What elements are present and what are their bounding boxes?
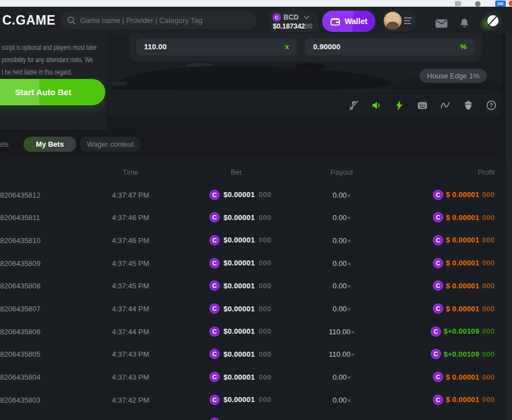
bet-time: 4:37:45 PM <box>100 282 161 290</box>
bet-payout: 0.00× <box>314 190 370 199</box>
table-row[interactable]: 8206435808 4:37:45 PM C $0.00001000 0.00… <box>0 274 506 297</box>
chevron-down-icon <box>304 16 309 20</box>
bet-amount: C $0.00001000 <box>210 304 271 314</box>
auto-bet-sidebar: script is optional and players must take… <box>0 34 106 130</box>
bet-time: 4:37:42 PM <box>100 395 161 404</box>
column-header-payout: Payout <box>314 168 370 176</box>
bet-id: 8206435810 <box>0 236 40 244</box>
bet-amount: C $0.00001000 <box>210 258 271 268</box>
notifications-bell-icon[interactable] <box>459 18 469 29</box>
bcd-coin-icon: C <box>433 212 443 222</box>
win-chance-field[interactable]: % <box>305 38 474 55</box>
bet-profit: C $+0.00109000 <box>431 349 495 359</box>
bet-payout: 110.00× <box>314 350 370 358</box>
messages-icon[interactable] <box>435 19 448 28</box>
bet-payout: 110.00× <box>314 327 370 335</box>
bet-time: 4:37:43 PM <box>100 373 161 381</box>
bet-profit: C $ 0.00001000 <box>433 304 495 314</box>
column-header-profit: Profit <box>478 168 495 176</box>
currency-selector[interactable]: C BCD $0.18734200 <box>269 11 318 32</box>
payout-input[interactable] <box>136 43 285 51</box>
bcd-coin-icon: C <box>210 235 220 245</box>
game-toolbar: ? <box>348 100 497 111</box>
top-nav: C.GAME C BCD $0.18734200 Wallet <box>0 7 512 34</box>
table-row[interactable]: 8206435811 4:37:46 PM C $0.00001000 0.00… <box>0 206 506 229</box>
bet-time: 4:37:43 PM <box>100 350 161 358</box>
help-icon[interactable]: ? <box>486 100 497 111</box>
bet-amount: C $0.00001000 <box>210 326 271 337</box>
sound-on-icon[interactable] <box>371 100 382 111</box>
bet-amount: C $0.00001000 <box>210 235 271 245</box>
bet-id: 8206435806 <box>0 327 40 335</box>
avatar[interactable] <box>384 12 402 30</box>
browser-extension-icon[interactable] <box>475 1 481 7</box>
profile-menu-icon <box>404 17 412 26</box>
bet-profit: C $+0.00109000 <box>431 326 495 337</box>
bet-payout: 0.00× <box>314 373 370 381</box>
translate-extension-badge[interactable]: DE <box>495 1 506 7</box>
right-panel-edge <box>506 34 512 420</box>
table-row[interactable]: 8206435812 4:37:47 PM C $0.00001000 0.00… <box>0 183 506 206</box>
turbo-lightning-icon[interactable] <box>394 100 405 111</box>
bc-game-screen: DE C.GAME C BCD $0.18734200 <box>0 0 512 420</box>
table-row[interactable]: 8206435809 4:37:45 PM C $0.00001000 0.00… <box>0 251 506 274</box>
divider <box>113 91 495 91</box>
payout-field[interactable]: x <box>136 38 297 55</box>
bet-amount: C $0.00001000 <box>210 190 271 200</box>
tab-wager-contest[interactable]: Wager contest <box>80 137 141 152</box>
bcd-coin-icon: C <box>433 372 443 382</box>
site-logo[interactable]: C.GAME <box>2 13 55 28</box>
start-auto-bet-button[interactable]: Start Auto Bet <box>0 79 105 105</box>
currency-code: BCD <box>283 13 299 21</box>
table-row[interactable]: 8206435804 4:37:43 PM C $0.00001000 0.00… <box>0 366 506 389</box>
bcd-coin-icon: C <box>433 395 443 405</box>
win-chance-input[interactable] <box>305 43 460 51</box>
bet-time: 4:37:45 PM <box>100 259 161 267</box>
bet-time: 4:37:46 PM <box>100 236 161 244</box>
profile-menu[interactable] <box>382 10 417 31</box>
tab-my-bets[interactable]: My Bets <box>24 137 76 152</box>
table-row[interactable]: 8206435805 4:37:43 PM C $0.00001000 110.… <box>0 343 506 366</box>
bet-id: 8206435809 <box>0 259 40 267</box>
search-bar[interactable] <box>60 11 257 29</box>
bet-id: 8206435808 <box>0 282 40 290</box>
column-header-bet: Bet <box>210 168 263 176</box>
disclaimer-text: script is optional and players must take… <box>2 41 106 78</box>
bet-inputs-panel: x % <box>129 34 482 62</box>
wallet-button[interactable]: Wallet <box>322 11 375 32</box>
browser-chrome-strip: DE <box>0 0 512 7</box>
tab-all-bets[interactable]: ets <box>0 140 8 148</box>
music-off-icon[interactable] <box>348 100 359 111</box>
bcd-coin-icon: C <box>210 304 220 314</box>
bcd-coin-icon: C <box>431 326 441 337</box>
browser-extension-icon[interactable] <box>455 1 461 6</box>
hotkeys-keyboard-icon[interactable] <box>417 100 428 111</box>
table-row[interactable]: 8206435810 4:37:46 PM C $0.00001000 0.00… <box>0 228 506 251</box>
bet-amount: C $0.00001000 <box>210 212 271 222</box>
bet-id: 8206435804 <box>0 373 40 381</box>
column-header-time: Time <box>100 168 161 176</box>
search-input[interactable] <box>80 16 250 25</box>
balance-amount: $0.18734200 <box>273 22 313 30</box>
table-row[interactable]: 8206435807 4:37:44 PM C $0.00001000 0.00… <box>0 297 506 320</box>
bet-profit: C $ 0.00001000 <box>433 395 495 405</box>
table-row[interactable]: C $0.00001000 <box>0 411 506 420</box>
bet-id: 8206435803 <box>0 395 40 404</box>
bet-profit: C $ 0.00001000 <box>433 258 495 268</box>
table-row[interactable]: 8206435803 4:37:42 PM C $0.00001000 0.00… <box>0 388 506 411</box>
live-stats-icon[interactable] <box>440 100 451 111</box>
bet-payout: 0.00× <box>314 213 370 222</box>
bcd-coin-icon: C <box>210 349 220 359</box>
svg-text:?: ? <box>490 102 493 109</box>
chat-toggle-button[interactable] <box>483 11 502 30</box>
browser-extension-icon[interactable] <box>509 1 512 6</box>
fairness-seed-icon[interactable] <box>463 100 474 111</box>
bet-amount: C $0.00001000 <box>210 349 271 359</box>
bcd-coin-icon: C <box>210 212 220 222</box>
bet-time: 4:37:44 PM <box>100 305 161 313</box>
scene-decoration <box>111 81 128 86</box>
bet-payout: 0.00× <box>314 305 370 313</box>
table-row[interactable]: 8206435806 4:37:44 PM C $0.00001000 110.… <box>0 320 506 343</box>
bet-id: 8206435805 <box>0 350 40 358</box>
bet-amount: C $0.00001000 <box>210 281 271 291</box>
